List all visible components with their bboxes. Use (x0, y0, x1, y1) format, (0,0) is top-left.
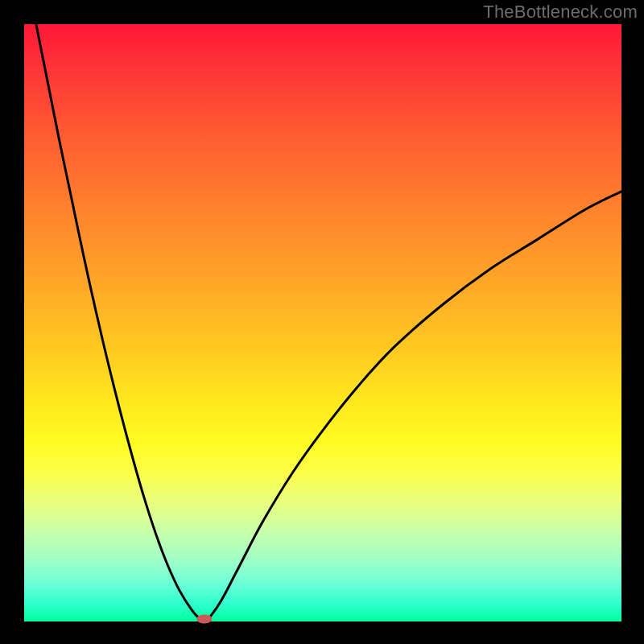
curve-path-left (36, 24, 200, 620)
curve-path-right (209, 192, 621, 618)
curve-line (24, 24, 621, 621)
watermark-text: TheBottleneck.com (483, 2, 638, 23)
plot-area (24, 24, 621, 621)
chart-frame: TheBottleneck.com (0, 0, 644, 644)
trough-marker (196, 614, 212, 623)
